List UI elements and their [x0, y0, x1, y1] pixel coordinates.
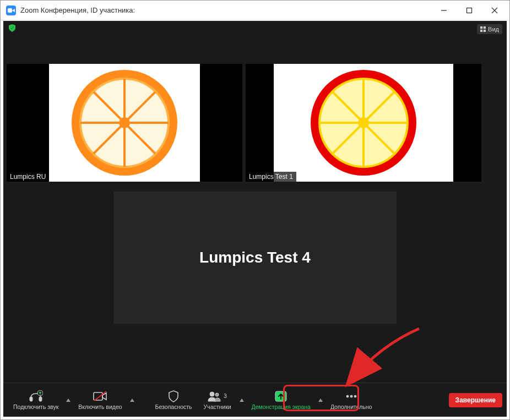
window-minimize-button[interactable] — [431, 1, 457, 20]
active-speaker-name: Lumpics Test 4 — [199, 249, 311, 266]
view-button[interactable]: Вид — [477, 24, 502, 34]
end-meeting-button[interactable]: Завершение — [449, 393, 502, 407]
view-button-label: Вид — [488, 26, 499, 32]
participant-tile[interactable]: Lumpics Test 1 — [246, 64, 481, 182]
start-video-label: Включить видео — [78, 403, 122, 410]
end-meeting-label: Завершение — [455, 396, 496, 404]
svg-rect-6 — [480, 30, 482, 32]
security-label: Безопасность — [155, 403, 192, 410]
meeting-toolbar: Подключить звук Включить видео — [3, 383, 507, 417]
participant-tile[interactable]: Lumpics RU — [7, 64, 242, 182]
participants-options-chevron[interactable] — [237, 397, 246, 403]
join-audio-label: Подключить звук — [13, 403, 58, 410]
window-titlebar: Zoom Конференция, ID участника: — [1, 1, 509, 20]
svg-rect-30 — [30, 397, 32, 401]
svg-rect-4 — [480, 26, 482, 29]
participant-name-label: Lumpics Test 1 — [246, 172, 296, 182]
svg-point-38 — [346, 395, 349, 397]
svg-point-35 — [210, 392, 214, 396]
share-options-chevron[interactable] — [316, 397, 325, 403]
svg-point-18 — [119, 117, 130, 128]
window-title: Zoom Конференция, ID участника: — [20, 6, 135, 14]
svg-point-39 — [350, 395, 352, 397]
participant-avatar — [274, 64, 453, 182]
start-video-button[interactable]: Включить видео — [73, 388, 127, 412]
security-button[interactable]: Безопасность — [150, 388, 198, 412]
active-speaker-tile[interactable]: Lumpics Test 4 — [113, 192, 397, 324]
share-screen-label: Демонстрация экрана — [252, 403, 311, 410]
participants-button[interactable]: 3 Участники — [198, 388, 237, 412]
svg-point-40 — [354, 395, 356, 397]
window-maximize-button[interactable] — [457, 1, 482, 20]
svg-point-36 — [215, 393, 219, 396]
svg-rect-7 — [484, 30, 486, 32]
meeting-window: Вид — [3, 21, 507, 417]
encryption-shield-icon[interactable] — [8, 24, 17, 35]
participants-label: Участники — [203, 403, 231, 410]
share-screen-button[interactable]: Демонстрация экрана — [246, 388, 316, 412]
audio-options-chevron[interactable] — [64, 397, 73, 403]
join-audio-button[interactable]: Подключить звук — [8, 388, 64, 412]
svg-rect-33 — [94, 392, 102, 400]
svg-rect-1 — [467, 8, 472, 13]
participants-count: 3 — [224, 393, 227, 399]
video-options-chevron[interactable] — [128, 397, 137, 403]
participant-avatar — [49, 64, 200, 182]
zoom-app-icon — [6, 6, 16, 15]
participant-name-label: Lumpics RU — [7, 172, 49, 182]
window-close-button[interactable] — [482, 1, 507, 20]
svg-rect-5 — [484, 26, 486, 29]
svg-rect-31 — [39, 397, 42, 401]
more-button[interactable]: Дополнительно — [325, 388, 378, 412]
more-label: Дополнительно — [330, 403, 372, 410]
svg-point-29 — [358, 117, 369, 128]
